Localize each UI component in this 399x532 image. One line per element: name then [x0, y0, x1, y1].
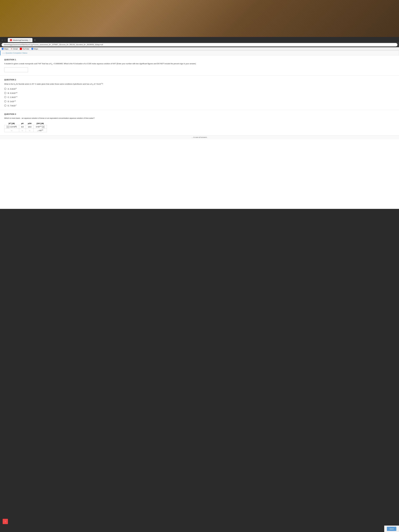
- completion-banner-label: » Question Completion Status:: [4, 52, 28, 54]
- question-3-section: QUESTION 3 Which is more basic - an aque…: [0, 110, 399, 135]
- option-e-label: E. 7.6x10-7: [8, 104, 17, 107]
- gmail-icon: M: [11, 48, 13, 50]
- youtube-icon: [20, 48, 22, 50]
- option-a[interactable]: A. 3.4x10-5: [4, 88, 395, 90]
- cell-row2-h-plus: ...: [4, 129, 19, 132]
- cell-row1-poh: 14.0: [26, 125, 33, 129]
- question-1-number: QUESTION 1: [4, 59, 395, 61]
- new-tab-button[interactable]: +: [33, 38, 37, 42]
- bookmark-gmail-label: Gmail: [13, 48, 18, 50]
- bookmark-youtube-label: YouTube: [22, 48, 29, 50]
- col-poh: pOH: [26, 122, 33, 125]
- bookmark-maps2-label: Maps: [34, 48, 38, 50]
- maps2-icon: [31, 48, 33, 50]
- option-a-label: A. 3.4x10-5: [8, 88, 17, 90]
- forward-button[interactable]: ›: [4, 38, 6, 42]
- question-2-section: QUESTION 2 What is the Kb for fluoride a…: [0, 76, 399, 110]
- question-2-text: What is the Kb for fluoride anion in 25°…: [4, 82, 395, 86]
- browser-chrome: ‹ › MasteringChemistry × +: [0, 37, 399, 47]
- option-d-label: D. 1x10-14: [8, 100, 16, 102]
- col-oh-minus: [OH-] (M): [34, 122, 47, 125]
- bookmark-youtube[interactable]: YouTube: [20, 48, 29, 50]
- bookmark-maps-label: Maps: [4, 48, 8, 50]
- question-1-answer-input[interactable]: [4, 67, 28, 72]
- table-row-1: − 1 (1×100) 0.0 14.0 1×10-14 +: [4, 125, 47, 129]
- tab-favicon: [10, 39, 12, 41]
- radio-a[interactable]: [4, 88, 6, 90]
- plus-button-row1[interactable]: +: [42, 126, 44, 128]
- back-forward-controls: ‹ ›: [1, 38, 6, 42]
- cell-row2-oh-minus: ...×10-11: [34, 129, 47, 132]
- completion-banner: » » Question Completion Status:: [0, 51, 399, 55]
- bookmarks-bar: Maps M Gmail YouTube Maps: [0, 47, 399, 51]
- bookmark-maps2[interactable]: Maps: [31, 48, 38, 50]
- active-tab[interactable]: MasteringChemistry ×: [8, 38, 33, 42]
- question-3-table: [H+] (M) pH pOH [OH-] (M) − 1 (1×100) 0.…: [4, 122, 47, 132]
- page-content: » » Question Completion Status: QUESTION…: [0, 51, 399, 209]
- bookmark-maps[interactable]: Maps: [2, 48, 8, 50]
- question-3-number: QUESTION 3: [4, 113, 395, 115]
- option-c-label: C. 1.3x10-11: [8, 96, 17, 98]
- tab-close-button[interactable]: ×: [29, 39, 30, 41]
- question-1-text: A student is given a weak monoprotic aci…: [4, 62, 395, 65]
- radio-c[interactable]: [4, 96, 6, 98]
- cell-row2-ph: ...: [19, 129, 26, 132]
- cell-row1-oh-minus: 1×10-14 +: [34, 125, 47, 129]
- option-c[interactable]: C. 1.3x10-11: [4, 96, 395, 98]
- question-3-text: Which is more basic - an aqueous solutio…: [4, 117, 395, 120]
- bookmark-gmail[interactable]: M Gmail: [11, 48, 18, 50]
- cell-row1-ph: 0.0: [19, 125, 26, 129]
- option-e[interactable]: E. 7.6x10-7: [4, 104, 395, 107]
- tab-label: MasteringChemistry: [13, 39, 28, 41]
- address-bar-input[interactable]: [2, 43, 397, 46]
- question-1-section: QUESTION 1 A student is given a weak mon…: [0, 55, 399, 76]
- col-ph: pH: [19, 122, 26, 125]
- cell-row1-h-plus: − 1 (1×100): [4, 125, 19, 129]
- option-b[interactable]: B. 3.2x10-10: [4, 92, 395, 94]
- cell-row2-poh: ...: [26, 129, 33, 132]
- address-bar-row: [0, 42, 399, 47]
- radio-d[interactable]: [4, 100, 6, 102]
- room-photo: [0, 0, 399, 37]
- question-2-number: QUESTION 2: [4, 79, 395, 81]
- option-b-label: B. 3.2x10-10: [8, 92, 17, 94]
- option-d[interactable]: D. 1x10-14: [4, 100, 395, 102]
- bottom-notice-text: ... to save all answers.: [192, 136, 207, 138]
- radio-b[interactable]: [4, 92, 6, 94]
- minus-button-row1[interactable]: −: [6, 126, 9, 128]
- col-h-plus: [H+] (M): [4, 122, 19, 125]
- radio-e[interactable]: [4, 105, 6, 107]
- back-button[interactable]: ‹: [1, 38, 3, 42]
- completion-arrow-icon: »: [3, 52, 4, 54]
- tab-bar: ‹ › MasteringChemistry × +: [0, 37, 399, 42]
- question-2-options: A. 3.4x10-5 B. 3.2x10-10 C. 1.3x10-11 D.…: [4, 88, 395, 107]
- bottom-notice: ... to save all answers.: [0, 135, 399, 139]
- table-row-2: ... ... ... ...×10-11: [4, 129, 47, 132]
- maps-icon: [2, 48, 4, 50]
